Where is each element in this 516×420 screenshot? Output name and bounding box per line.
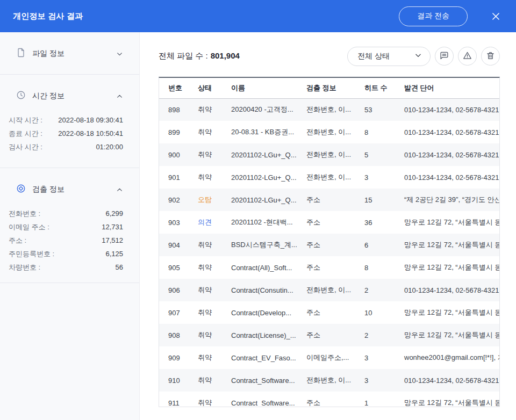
cell-name: Contract_Software... (226, 369, 301, 392)
cell-name: Contract(All)_Soft... (226, 256, 301, 279)
cell-hit-count: 8 (359, 256, 399, 279)
cell-hit-count: 10 (359, 301, 399, 324)
cell-status: 취약 (192, 143, 226, 166)
cell-hit-count: 15 (359, 189, 399, 211)
cell-number: 900 (159, 143, 192, 166)
detect-info-section-header[interactable]: 검출 정보 (0, 184, 139, 195)
cell-found-words: 망우로 12길 72, “서울특별시 동대 (399, 211, 499, 234)
cell-number: 910 (159, 369, 192, 392)
cell-found-words: “제 2공단 2길 39”, “경기도 안산시 (399, 189, 499, 211)
cell-detect-info: 전화번호, 이... (301, 166, 359, 189)
target-icon (16, 184, 26, 195)
cell-detect-info: 주소 (301, 256, 359, 279)
cell-found-words: 010-1234-1234, 02-5678-4321, 0 (399, 98, 499, 121)
cell-name: 20201102-LGu+_Q... (226, 189, 301, 211)
table-row[interactable]: 903 의견 20201102 -현대백... 주소 36 망우로 12길 72… (159, 211, 499, 234)
cell-name: 20201102 -현대백... (226, 211, 301, 234)
table-row[interactable]: 905 취약 Contract(All)_Soft... 주소 8 망우로 12… (159, 256, 499, 279)
cell-number: 909 (159, 346, 192, 369)
cell-hit-count: 2 (359, 279, 399, 301)
item-label: 시작 시간 : (9, 115, 42, 125)
results-table: 번호 상태 이름 검출 정보 히트 수 발견 단어 898 취약 2020042… (159, 77, 500, 407)
table-row[interactable]: 911 취약 Contract_Software... 주소 1 망우로 12길… (159, 392, 499, 407)
cell-hit-count: 3 (359, 369, 399, 392)
status-filter-dropdown[interactable]: 전체 상태 (347, 47, 431, 66)
cell-detect-info: 주소 (301, 392, 359, 407)
table-row[interactable]: 907 취약 Contract(Develop... 주소 10 망우로 12길… (159, 301, 499, 324)
cell-status: 취약 (192, 98, 226, 121)
table-row[interactable]: 898 취약 20200420 -고객정... 전화번호, 이... 53 01… (159, 98, 499, 121)
main-toolbar: 전체 파일 수 :801,904 전체 상태 (159, 46, 500, 66)
results-table-header: 번호 상태 이름 검출 정보 히트 수 발견 단어 (159, 78, 499, 98)
cell-detect-info: 전화번호, 이... (301, 121, 359, 143)
table-row[interactable]: 899 취약 20-08.31 - KB증권... 전화번호, 이... 8 0… (159, 121, 499, 143)
item-label: 주민등록번호 : (9, 249, 54, 259)
item-value: 2022-08-18 09:30:41 (58, 116, 123, 124)
table-row[interactable]: 902 오탐 20201102-LGu+_Q... 주소 15 “제 2공단 2… (159, 189, 499, 211)
list-item: 주소 : 17,512 (9, 234, 123, 247)
cell-status: 취약 (192, 346, 226, 369)
table-row[interactable]: 904 취약 BSD시스템구축_계... 주소 6 망우로 12길 72, “서… (159, 234, 499, 256)
item-value: 17,512 (102, 236, 123, 244)
main-content: 전체 파일 수 :801,904 전체 상태 (140, 32, 516, 420)
cell-number: 898 (159, 98, 192, 121)
column-header-found-words: 발견 단어 (399, 78, 499, 98)
send-results-button[interactable]: 결과 전송 (399, 6, 468, 26)
section-label: 파일 정보 (32, 49, 64, 59)
cell-name: Contract(Develop... (226, 301, 301, 324)
cell-status: 의견 (192, 211, 226, 234)
cell-name: 20200420 -고객정... (226, 98, 301, 121)
cell-name: Contract_Software... (226, 392, 301, 407)
cell-name: Contract_EV_Faso... (226, 346, 301, 369)
column-header-status: 상태 (192, 78, 226, 98)
window-body: 파일 정보 시간 정보 (0, 32, 516, 420)
time-info-section-header[interactable]: 시간 정보 (0, 90, 139, 102)
cell-number: 904 (159, 234, 192, 256)
table-row[interactable]: 906 취약 Contract(Consutin... 전화번호, 이... 2… (159, 279, 499, 301)
cell-name: Contract(Consutin... (226, 279, 301, 301)
comment-button[interactable] (435, 47, 454, 66)
item-value: 12,731 (102, 223, 123, 231)
close-icon[interactable] (489, 10, 502, 23)
column-header-hit-count: 히트 수 (359, 78, 399, 98)
list-item: 시작 시간 : 2022-08-18 09:30:41 (9, 113, 123, 127)
list-item: 차량번호 : 56 (9, 260, 123, 274)
item-label: 이메일 주소 : (9, 222, 49, 232)
table-row[interactable]: 910 취약 Contract_Software... 전화번호, 이... 3… (159, 369, 499, 392)
cell-status: 취약 (192, 279, 226, 301)
item-label: 검사 시간 : (9, 142, 42, 152)
cell-hit-count: 53 (359, 98, 399, 121)
item-label: 차량번호 : (9, 263, 40, 272)
cell-number: 901 (159, 166, 192, 189)
table-row[interactable]: 909 취약 Contract_EV_Faso... 이메일주소,... 3 w… (159, 346, 499, 369)
item-label: 전화번호 : (9, 209, 40, 219)
cell-found-words: 망우로 12길 72, “서울특별시 동대 (399, 392, 499, 407)
cell-number: 903 (159, 211, 192, 234)
table-row[interactable]: 900 취약 20201102-LGu+_Q... 전화번호, 이... 5 0… (159, 143, 499, 166)
cell-number: 911 (159, 392, 192, 407)
cell-found-words: 망우로 12길 72, “서울특별시 동대 (399, 324, 499, 346)
item-value: 6,125 (105, 250, 123, 258)
total-file-count-label: 전체 파일 수 : (159, 51, 208, 60)
sidebar-section-file-info: 파일 정보 (0, 32, 139, 75)
list-item: 검사 시간 : 01:20:00 (9, 140, 123, 154)
cell-hit-count: 1 (359, 392, 399, 407)
cell-detect-info: 주소 (301, 234, 359, 256)
list-item: 전화번호 : 6,299 (9, 207, 123, 220)
table-row[interactable]: 908 취약 Contract(License)_... 주소 2 망우로 12… (159, 324, 499, 346)
warning-button[interactable] (458, 47, 477, 66)
trash-button[interactable] (481, 47, 500, 66)
cell-hit-count: 8 (359, 121, 399, 143)
cell-name: BSD시스템구축_계... (226, 234, 301, 256)
cell-detect-info: 전화번호, 이... (301, 143, 359, 166)
cell-status: 취약 (192, 234, 226, 256)
file-info-section-header[interactable]: 파일 정보 (0, 48, 139, 60)
table-row[interactable]: 901 취약 20201102-LGu+_Q... 전화번호, 이... 3 0… (159, 166, 499, 189)
comment-icon (440, 51, 449, 62)
item-value: 01:20:00 (96, 143, 123, 151)
cell-status: 취약 (192, 301, 226, 324)
cell-hit-count: 6 (359, 234, 399, 256)
cell-found-words: wonhee2001@gmail.com[!*!], 저 (399, 346, 499, 369)
cell-detect-info: 전화번호, 이... (301, 98, 359, 121)
total-file-count: 전체 파일 수 :801,904 (159, 51, 240, 61)
